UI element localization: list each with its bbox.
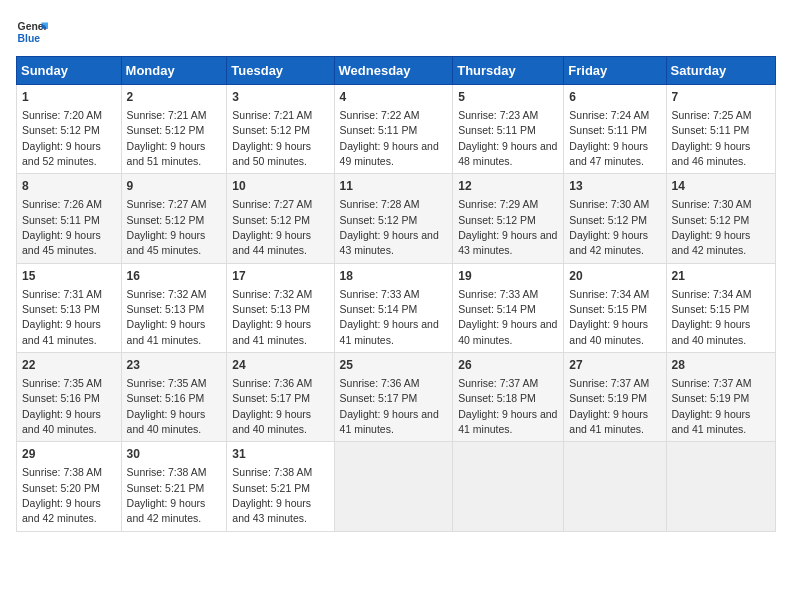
day-number: 12 — [458, 178, 558, 195]
day-info: Sunrise: 7:34 AMSunset: 5:15 PMDaylight:… — [672, 288, 752, 346]
day-number: 16 — [127, 268, 222, 285]
calendar-week-row: 8Sunrise: 7:26 AMSunset: 5:11 PMDaylight… — [17, 174, 776, 263]
calendar-week-row: 22Sunrise: 7:35 AMSunset: 5:16 PMDayligh… — [17, 353, 776, 442]
day-number: 2 — [127, 89, 222, 106]
day-info: Sunrise: 7:30 AMSunset: 5:12 PMDaylight:… — [569, 198, 649, 256]
calendar-cell: 5Sunrise: 7:23 AMSunset: 5:11 PMDaylight… — [453, 85, 564, 174]
day-info: Sunrise: 7:28 AMSunset: 5:12 PMDaylight:… — [340, 198, 439, 256]
day-header-thursday: Thursday — [453, 57, 564, 85]
day-number: 22 — [22, 357, 116, 374]
day-info: Sunrise: 7:37 AMSunset: 5:19 PMDaylight:… — [672, 377, 752, 435]
day-number: 13 — [569, 178, 660, 195]
day-info: Sunrise: 7:32 AMSunset: 5:13 PMDaylight:… — [127, 288, 207, 346]
day-number: 28 — [672, 357, 770, 374]
day-number: 30 — [127, 446, 222, 463]
day-number: 18 — [340, 268, 448, 285]
day-info: Sunrise: 7:21 AMSunset: 5:12 PMDaylight:… — [127, 109, 207, 167]
day-info: Sunrise: 7:36 AMSunset: 5:17 PMDaylight:… — [340, 377, 439, 435]
day-number: 1 — [22, 89, 116, 106]
calendar-cell: 18Sunrise: 7:33 AMSunset: 5:14 PMDayligh… — [334, 263, 453, 352]
calendar-cell: 27Sunrise: 7:37 AMSunset: 5:19 PMDayligh… — [564, 353, 666, 442]
calendar-cell: 7Sunrise: 7:25 AMSunset: 5:11 PMDaylight… — [666, 85, 775, 174]
day-header-friday: Friday — [564, 57, 666, 85]
calendar-cell — [666, 442, 775, 531]
day-header-monday: Monday — [121, 57, 227, 85]
calendar-cell: 31Sunrise: 7:38 AMSunset: 5:21 PMDayligh… — [227, 442, 334, 531]
calendar-cell: 25Sunrise: 7:36 AMSunset: 5:17 PMDayligh… — [334, 353, 453, 442]
calendar-cell: 23Sunrise: 7:35 AMSunset: 5:16 PMDayligh… — [121, 353, 227, 442]
day-info: Sunrise: 7:38 AMSunset: 5:21 PMDaylight:… — [127, 466, 207, 524]
calendar-cell: 13Sunrise: 7:30 AMSunset: 5:12 PMDayligh… — [564, 174, 666, 263]
calendar-cell: 17Sunrise: 7:32 AMSunset: 5:13 PMDayligh… — [227, 263, 334, 352]
calendar-cell: 29Sunrise: 7:38 AMSunset: 5:20 PMDayligh… — [17, 442, 122, 531]
logo: General Blue — [16, 16, 48, 48]
calendar-week-row: 29Sunrise: 7:38 AMSunset: 5:20 PMDayligh… — [17, 442, 776, 531]
day-info: Sunrise: 7:29 AMSunset: 5:12 PMDaylight:… — [458, 198, 557, 256]
day-number: 27 — [569, 357, 660, 374]
day-number: 20 — [569, 268, 660, 285]
day-number: 19 — [458, 268, 558, 285]
calendar-cell: 19Sunrise: 7:33 AMSunset: 5:14 PMDayligh… — [453, 263, 564, 352]
day-info: Sunrise: 7:33 AMSunset: 5:14 PMDaylight:… — [340, 288, 439, 346]
day-info: Sunrise: 7:33 AMSunset: 5:14 PMDaylight:… — [458, 288, 557, 346]
day-info: Sunrise: 7:38 AMSunset: 5:20 PMDaylight:… — [22, 466, 102, 524]
calendar-cell: 28Sunrise: 7:37 AMSunset: 5:19 PMDayligh… — [666, 353, 775, 442]
calendar-cell: 12Sunrise: 7:29 AMSunset: 5:12 PMDayligh… — [453, 174, 564, 263]
day-info: Sunrise: 7:20 AMSunset: 5:12 PMDaylight:… — [22, 109, 102, 167]
day-number: 17 — [232, 268, 328, 285]
day-number: 7 — [672, 89, 770, 106]
day-number: 15 — [22, 268, 116, 285]
calendar-cell: 24Sunrise: 7:36 AMSunset: 5:17 PMDayligh… — [227, 353, 334, 442]
day-header-saturday: Saturday — [666, 57, 775, 85]
calendar-cell: 8Sunrise: 7:26 AMSunset: 5:11 PMDaylight… — [17, 174, 122, 263]
calendar-header-row: SundayMondayTuesdayWednesdayThursdayFrid… — [17, 57, 776, 85]
day-number: 24 — [232, 357, 328, 374]
day-number: 21 — [672, 268, 770, 285]
day-info: Sunrise: 7:35 AMSunset: 5:16 PMDaylight:… — [127, 377, 207, 435]
calendar-cell: 21Sunrise: 7:34 AMSunset: 5:15 PMDayligh… — [666, 263, 775, 352]
calendar-cell: 9Sunrise: 7:27 AMSunset: 5:12 PMDaylight… — [121, 174, 227, 263]
calendar-cell: 16Sunrise: 7:32 AMSunset: 5:13 PMDayligh… — [121, 263, 227, 352]
day-header-tuesday: Tuesday — [227, 57, 334, 85]
calendar-cell: 10Sunrise: 7:27 AMSunset: 5:12 PMDayligh… — [227, 174, 334, 263]
day-info: Sunrise: 7:22 AMSunset: 5:11 PMDaylight:… — [340, 109, 439, 167]
day-number: 11 — [340, 178, 448, 195]
calendar-week-row: 15Sunrise: 7:31 AMSunset: 5:13 PMDayligh… — [17, 263, 776, 352]
logo-icon: General Blue — [16, 16, 48, 48]
day-info: Sunrise: 7:30 AMSunset: 5:12 PMDaylight:… — [672, 198, 752, 256]
day-number: 8 — [22, 178, 116, 195]
day-number: 6 — [569, 89, 660, 106]
day-info: Sunrise: 7:34 AMSunset: 5:15 PMDaylight:… — [569, 288, 649, 346]
calendar-cell — [564, 442, 666, 531]
day-info: Sunrise: 7:26 AMSunset: 5:11 PMDaylight:… — [22, 198, 102, 256]
calendar-cell: 15Sunrise: 7:31 AMSunset: 5:13 PMDayligh… — [17, 263, 122, 352]
calendar-cell: 3Sunrise: 7:21 AMSunset: 5:12 PMDaylight… — [227, 85, 334, 174]
day-info: Sunrise: 7:21 AMSunset: 5:12 PMDaylight:… — [232, 109, 312, 167]
day-number: 26 — [458, 357, 558, 374]
day-number: 4 — [340, 89, 448, 106]
day-info: Sunrise: 7:31 AMSunset: 5:13 PMDaylight:… — [22, 288, 102, 346]
day-info: Sunrise: 7:36 AMSunset: 5:17 PMDaylight:… — [232, 377, 312, 435]
calendar-cell: 1Sunrise: 7:20 AMSunset: 5:12 PMDaylight… — [17, 85, 122, 174]
day-info: Sunrise: 7:23 AMSunset: 5:11 PMDaylight:… — [458, 109, 557, 167]
day-info: Sunrise: 7:37 AMSunset: 5:18 PMDaylight:… — [458, 377, 557, 435]
day-info: Sunrise: 7:27 AMSunset: 5:12 PMDaylight:… — [127, 198, 207, 256]
day-info: Sunrise: 7:38 AMSunset: 5:21 PMDaylight:… — [232, 466, 312, 524]
day-number: 23 — [127, 357, 222, 374]
day-header-wednesday: Wednesday — [334, 57, 453, 85]
day-info: Sunrise: 7:27 AMSunset: 5:12 PMDaylight:… — [232, 198, 312, 256]
svg-text:Blue: Blue — [18, 33, 41, 44]
day-number: 10 — [232, 178, 328, 195]
day-number: 9 — [127, 178, 222, 195]
calendar-cell: 6Sunrise: 7:24 AMSunset: 5:11 PMDaylight… — [564, 85, 666, 174]
page-header: General Blue — [16, 16, 776, 48]
calendar-cell: 22Sunrise: 7:35 AMSunset: 5:16 PMDayligh… — [17, 353, 122, 442]
calendar-cell: 30Sunrise: 7:38 AMSunset: 5:21 PMDayligh… — [121, 442, 227, 531]
day-number: 3 — [232, 89, 328, 106]
calendar-cell: 11Sunrise: 7:28 AMSunset: 5:12 PMDayligh… — [334, 174, 453, 263]
day-info: Sunrise: 7:25 AMSunset: 5:11 PMDaylight:… — [672, 109, 752, 167]
calendar-cell: 20Sunrise: 7:34 AMSunset: 5:15 PMDayligh… — [564, 263, 666, 352]
day-info: Sunrise: 7:37 AMSunset: 5:19 PMDaylight:… — [569, 377, 649, 435]
day-info: Sunrise: 7:35 AMSunset: 5:16 PMDaylight:… — [22, 377, 102, 435]
calendar-cell: 4Sunrise: 7:22 AMSunset: 5:11 PMDaylight… — [334, 85, 453, 174]
